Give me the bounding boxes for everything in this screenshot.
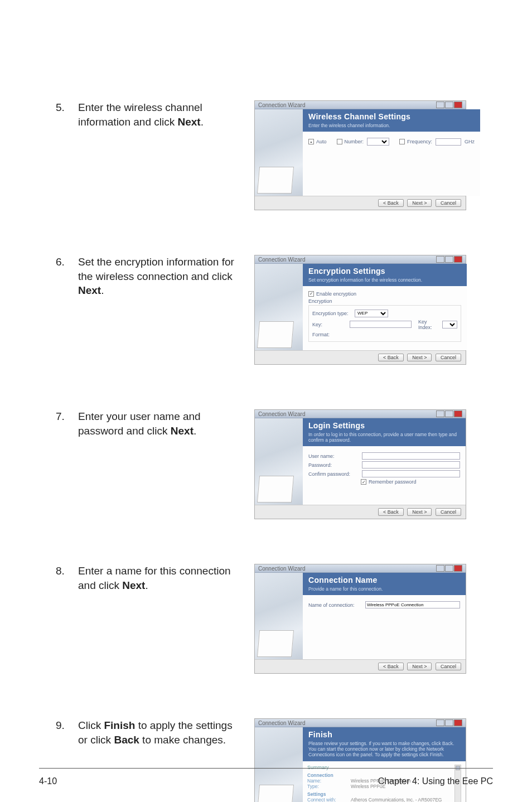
wizard-sidebar-graphic — [255, 418, 303, 505]
cancel-button[interactable]: Cancel — [436, 199, 461, 207]
step-text: Enter a name for this connection and cli… — [78, 564, 240, 592]
number-radio[interactable]: Number: — [337, 139, 364, 144]
minimize-icon[interactable] — [436, 719, 444, 726]
connect-with-key: Connect with: — [307, 797, 351, 802]
key-input[interactable] — [350, 321, 412, 328]
chapter-label: Chapter 4: Using the Eee PC — [378, 776, 493, 786]
window-title: Connection Wizard — [258, 566, 305, 572]
panel-heading: Login Settings — [303, 418, 466, 432]
summary-label: Summary — [307, 765, 461, 770]
panel-subtext: Set encryption information for the wirel… — [303, 277, 467, 286]
enc-type-select[interactable]: WEP — [355, 310, 388, 317]
wizard-sidebar-graphic — [255, 573, 303, 659]
remember-password-checkbox[interactable]: ✓Remember password — [361, 479, 417, 485]
panel-subtext: Please review your settings. If you want… — [303, 741, 466, 761]
step-number: 6. — [56, 255, 68, 298]
key-index-label: Key Index: — [418, 319, 439, 330]
step-number: 7. — [56, 409, 68, 438]
panel-subtext: Provide a name for this connection. — [303, 586, 466, 595]
minimize-icon[interactable] — [436, 565, 444, 572]
next-button[interactable]: Next > — [407, 508, 432, 516]
minimize-icon[interactable] — [436, 256, 444, 263]
wizard-sidebar-graphic — [255, 727, 303, 802]
close-icon[interactable] — [454, 102, 462, 108]
step-number: 5. — [56, 100, 68, 129]
ghz-label: GHz — [465, 139, 475, 144]
window-title: Connection Wizard — [258, 411, 305, 417]
format-label: Format: — [312, 332, 351, 337]
window-title: Connection Wizard — [258, 257, 305, 263]
confirm-password-label: Confirm password: — [308, 471, 359, 477]
step-number: 9. — [56, 718, 68, 747]
wizard-sidebar-graphic — [255, 264, 303, 350]
back-button[interactable]: < Back — [378, 199, 404, 207]
password-label: Password: — [308, 462, 359, 468]
close-icon[interactable] — [454, 410, 462, 417]
cancel-button[interactable]: Cancel — [436, 663, 461, 670]
wizard-dialog-encryption: Connection Wizard Encryption Settings Se… — [254, 255, 466, 365]
password-input[interactable] — [362, 461, 460, 468]
channel-number-select[interactable] — [367, 138, 389, 146]
wizard-dialog-login: Connection Wizard Login Settings In orde… — [254, 409, 466, 519]
back-button[interactable]: < Back — [378, 508, 404, 516]
key-label: Key: — [312, 322, 346, 327]
enc-type-label: Encryption type: — [312, 311, 351, 316]
close-icon[interactable] — [454, 256, 462, 263]
next-button[interactable]: Next > — [407, 199, 432, 207]
close-icon[interactable] — [454, 719, 462, 726]
panel-subtext: Enter the wireless channel information. — [303, 123, 480, 132]
panel-heading: Connection Name — [303, 573, 466, 586]
wizard-sidebar-graphic — [255, 109, 303, 196]
maximize-icon[interactable] — [445, 719, 453, 726]
auto-radio[interactable]: •Auto — [308, 139, 327, 144]
wizard-dialog-connection-name: Connection Wizard Connection Name Provid… — [254, 564, 466, 674]
back-button[interactable]: < Back — [378, 354, 404, 361]
wizard-dialog-channel: Connection Wizard Wireless Channel Setti… — [254, 100, 466, 210]
panel-heading: Encryption Settings — [303, 264, 467, 277]
step-text: Set the encryption information for the w… — [78, 255, 240, 298]
step-number: 8. — [56, 564, 68, 592]
key-index-select[interactable] — [442, 321, 457, 328]
encryption-group-label: Encryption — [308, 298, 461, 304]
panel-subtext: In order to log in to this connection, p… — [303, 432, 466, 446]
maximize-icon[interactable] — [445, 256, 453, 263]
username-input[interactable] — [362, 452, 460, 460]
maximize-icon[interactable] — [445, 565, 453, 572]
cancel-button[interactable]: Cancel — [436, 354, 461, 361]
next-button[interactable]: Next > — [407, 663, 432, 670]
minimize-icon[interactable] — [436, 102, 444, 108]
window-title: Connection Wizard — [258, 102, 305, 108]
maximize-icon[interactable] — [445, 102, 453, 108]
username-label: User name: — [308, 453, 359, 459]
wizard-dialog-finish: Connection Wizard Finish Please review y… — [254, 718, 466, 802]
panel-heading: Finish — [303, 727, 466, 741]
frequency-input[interactable] — [436, 138, 461, 146]
confirm-password-input[interactable] — [362, 470, 460, 477]
next-button[interactable]: Next > — [407, 354, 432, 361]
close-icon[interactable] — [454, 565, 462, 572]
step-text: Enter your user name and password and cl… — [78, 409, 240, 438]
maximize-icon[interactable] — [445, 410, 453, 417]
back-button[interactable]: < Back — [378, 663, 404, 670]
cancel-button[interactable]: Cancel — [436, 508, 461, 516]
enable-encryption-checkbox[interactable]: ✓Enable encryption — [308, 291, 356, 297]
connection-name-label: Name of connection: — [308, 602, 362, 608]
window-title: Connection Wizard — [258, 720, 305, 726]
minimize-icon[interactable] — [436, 410, 444, 417]
panel-heading: Wireless Channel Settings — [303, 109, 480, 123]
step-text: Click Finish to apply the settings or cl… — [78, 718, 240, 747]
frequency-radio[interactable]: Frequency: — [399, 139, 432, 144]
settings-heading: Settings — [307, 791, 461, 797]
step-text: Enter the wireless channel information a… — [78, 100, 240, 129]
page-number: 4-10 — [39, 776, 57, 786]
footer-divider — [39, 768, 493, 769]
connection-name-input[interactable] — [365, 601, 460, 608]
